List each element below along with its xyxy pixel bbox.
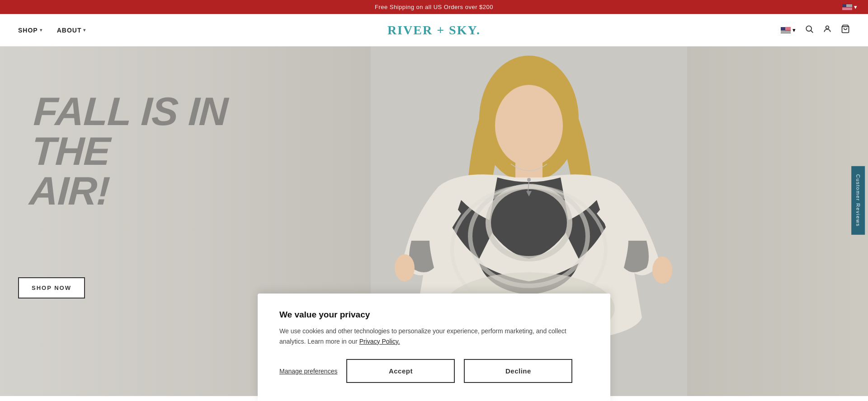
- nav-about[interactable]: ABOUT ▾: [57, 27, 86, 34]
- nav-shop[interactable]: SHOP ▾: [18, 27, 42, 34]
- svg-point-0: [806, 26, 811, 31]
- svg-point-12: [652, 256, 672, 284]
- language-selector[interactable]: ▾: [842, 4, 858, 10]
- cookie-decline-button[interactable]: Decline: [464, 359, 572, 383]
- svg-point-2: [826, 26, 829, 29]
- svg-line-1: [811, 31, 813, 33]
- hero-headline-line3: AIR!: [28, 171, 224, 211]
- account-button[interactable]: [823, 24, 832, 36]
- cookie-body: We use cookies and other technologies to…: [279, 326, 589, 346]
- manage-preferences-button[interactable]: Manage preferences: [279, 368, 337, 375]
- us-flag-icon: [842, 4, 852, 10]
- cookie-actions: Manage preferences Accept Decline: [279, 359, 589, 383]
- svg-point-6: [495, 85, 563, 166]
- about-chevron-icon: ▾: [83, 28, 86, 33]
- cookie-banner: We value your privacy We use cookies and…: [258, 294, 610, 401]
- hero-headline-line1: FALL IS IN: [33, 92, 228, 131]
- svg-point-13: [395, 254, 415, 281]
- hero-headline: FALL IS IN THE AIR!: [28, 92, 228, 211]
- shop-now-button[interactable]: SHOP NOW: [18, 277, 85, 298]
- header-flag-chevron: ▾: [793, 27, 796, 33]
- hero-headline-line2: THE: [31, 131, 226, 171]
- site-header: SHOP ▾ ABOUT ▾ RIVER + SKY. ▾: [0, 14, 868, 47]
- header-actions: ▾: [781, 24, 850, 36]
- cookie-accept-button[interactable]: Accept: [346, 359, 455, 383]
- privacy-policy-link[interactable]: Privacy Policy.: [359, 338, 400, 345]
- cookie-title: We value your privacy: [279, 310, 589, 320]
- language-chevron: ▾: [854, 4, 858, 10]
- announcement-bar: Free Shipping on all US Orders over $200…: [0, 0, 868, 14]
- announcement-text: Free Shipping on all US Orders over $200: [375, 4, 493, 10]
- search-button[interactable]: [805, 24, 814, 36]
- site-logo[interactable]: RIVER + SKY.: [387, 23, 481, 37]
- header-us-flag-icon: [781, 27, 791, 33]
- customer-reviews-tab[interactable]: Customer Reviews: [851, 166, 865, 235]
- shop-chevron-icon: ▾: [40, 28, 42, 33]
- cart-button[interactable]: [841, 24, 850, 36]
- svg-point-14: [527, 178, 531, 182]
- nav-left: SHOP ▾ ABOUT ▾: [18, 27, 86, 34]
- header-flag-selector[interactable]: ▾: [781, 27, 796, 33]
